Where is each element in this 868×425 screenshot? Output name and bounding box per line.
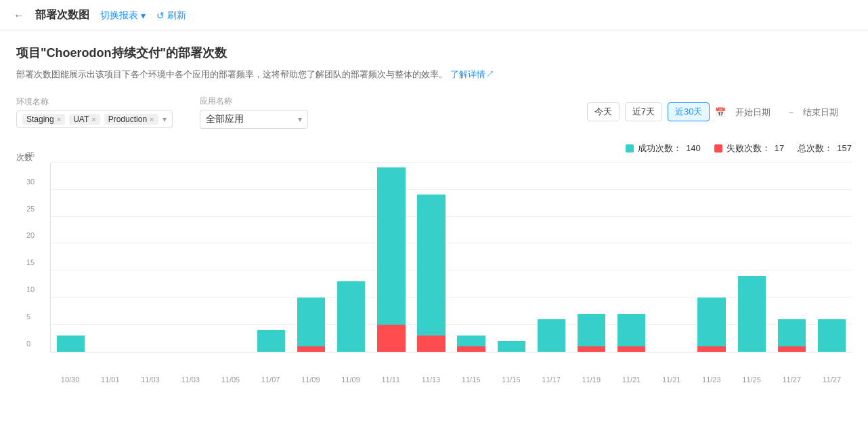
env-filter-label: 环境名称	[16, 96, 173, 108]
bar-fail	[457, 346, 485, 352]
bar-group	[772, 163, 812, 352]
bar-fail	[578, 346, 605, 352]
env-tag-staging: Staging ×	[22, 114, 65, 125]
bar-group	[251, 163, 291, 352]
y-tick: 30	[26, 178, 35, 186]
bar-group	[411, 163, 451, 352]
bar-stack	[57, 336, 85, 352]
bar-success	[778, 319, 806, 346]
bar-group	[51, 163, 91, 352]
bar-fail	[778, 346, 806, 352]
bar-success	[538, 319, 565, 352]
bar-stack	[457, 336, 485, 352]
bar-success	[617, 314, 645, 346]
bar-group	[611, 163, 651, 352]
x-label: 11/01	[90, 376, 130, 384]
env-tag-uat-close[interactable]: ×	[91, 115, 95, 123]
legend-total-count: 157	[837, 143, 852, 153]
bar-stack	[498, 341, 525, 352]
x-label: 11/21	[651, 376, 691, 384]
date-end-input[interactable]	[798, 105, 852, 119]
bar-success	[498, 341, 525, 352]
x-label: 11/25	[731, 376, 771, 384]
legend-fail: 失败次数： 17	[714, 142, 784, 155]
bar-fail	[377, 325, 405, 352]
page-header: ← 部署次数图 切换报表 ▾ ↺ 刷新	[0, 0, 868, 31]
section-title: 项目"Choerodon持续交付"的部署次数	[16, 45, 852, 61]
bar-success	[578, 314, 605, 346]
x-label: 11/09	[290, 376, 330, 384]
app-filter-input[interactable]: 全部应用 ▾	[200, 110, 308, 129]
bar-success	[297, 298, 325, 346]
bar-group	[492, 163, 531, 352]
legend-fail-label: 失败次数：	[726, 142, 771, 155]
x-label: 11/05	[211, 376, 251, 384]
env-tag-production: Production ×	[104, 114, 158, 125]
bar-group	[131, 163, 171, 352]
chart-legend: 成功次数： 140 失败次数： 17 总次数： 157	[16, 142, 852, 155]
back-button[interactable]: ←	[14, 9, 24, 22]
legend-total: 总次数： 157	[798, 142, 852, 155]
date-30-button[interactable]: 近30天	[668, 102, 710, 121]
chart-inner: 05101520253035	[50, 163, 852, 352]
env-filter-group: 环境名称 Staging × UAT × Production × ▾	[16, 96, 173, 128]
bars-container	[51, 163, 852, 352]
legend-total-label: 总次数：	[798, 142, 833, 155]
app-filter-arrow: ▾	[298, 115, 302, 124]
bar-success	[697, 298, 725, 346]
learn-more-link[interactable]: 了解详情↗	[450, 69, 494, 79]
bar-stack	[257, 330, 285, 352]
y-tick: 20	[26, 231, 35, 239]
date-start-input[interactable]	[730, 105, 784, 119]
bar-fail	[417, 336, 445, 352]
x-axis-labels: 10/3011/0111/0311/0311/0511/0711/0911/09…	[16, 376, 852, 384]
x-label: 11/21	[611, 376, 651, 384]
bar-group	[211, 163, 251, 352]
bar-stack	[377, 167, 405, 352]
refresh-label: 刷新	[167, 9, 186, 22]
bar-fail	[297, 346, 325, 352]
chevron-down-icon: ▾	[141, 10, 146, 21]
x-label: 11/03	[130, 376, 170, 384]
x-label: 10/30	[50, 376, 90, 384]
date-separator: ~	[788, 107, 794, 117]
bar-group	[812, 163, 852, 352]
env-filter-input[interactable]: Staging × UAT × Production × ▾	[16, 110, 173, 128]
back-icon: ←	[14, 9, 24, 22]
x-label: 11/27	[812, 376, 852, 384]
y-tick: 10	[26, 285, 35, 294]
legend-fail-count: 17	[775, 143, 784, 153]
bar-group	[452, 163, 492, 352]
date-7-button[interactable]: 近7天	[625, 102, 662, 121]
filters-row: 环境名称 Staging × UAT × Production × ▾ 应用名称	[16, 96, 852, 129]
x-label: 11/15	[451, 376, 491, 384]
y-tick: 25	[26, 205, 35, 213]
bar-stack	[697, 298, 725, 352]
bar-success	[57, 336, 85, 352]
bar-fail	[697, 346, 725, 352]
bar-success	[738, 276, 766, 352]
bar-stack	[297, 298, 325, 352]
x-label: 11/27	[772, 376, 812, 384]
bar-success	[818, 319, 846, 352]
bar-success	[257, 330, 285, 352]
legend-success-count: 140	[686, 143, 701, 153]
bar-stack	[617, 314, 645, 352]
x-label: 11/11	[371, 376, 411, 384]
page-title: 部署次数图	[35, 8, 89, 22]
refresh-button[interactable]: ↺ 刷新	[156, 9, 186, 22]
bar-success	[417, 195, 445, 336]
bar-stack	[538, 319, 565, 352]
bar-success	[337, 281, 365, 352]
bar-group	[171, 163, 211, 352]
app-filter-value: 全部应用	[206, 113, 244, 125]
success-color-dot	[626, 144, 634, 153]
env-tag-production-close[interactable]: ×	[150, 115, 154, 123]
y-tick: 35	[26, 150, 35, 159]
bar-success	[457, 336, 485, 346]
switch-report-button[interactable]: 切换报表 ▾	[100, 9, 146, 22]
fail-color-dot	[714, 144, 722, 153]
date-range-picker: 📅 ~	[715, 105, 852, 119]
env-tag-staging-close[interactable]: ×	[57, 115, 61, 123]
date-today-button[interactable]: 今天	[587, 102, 620, 121]
